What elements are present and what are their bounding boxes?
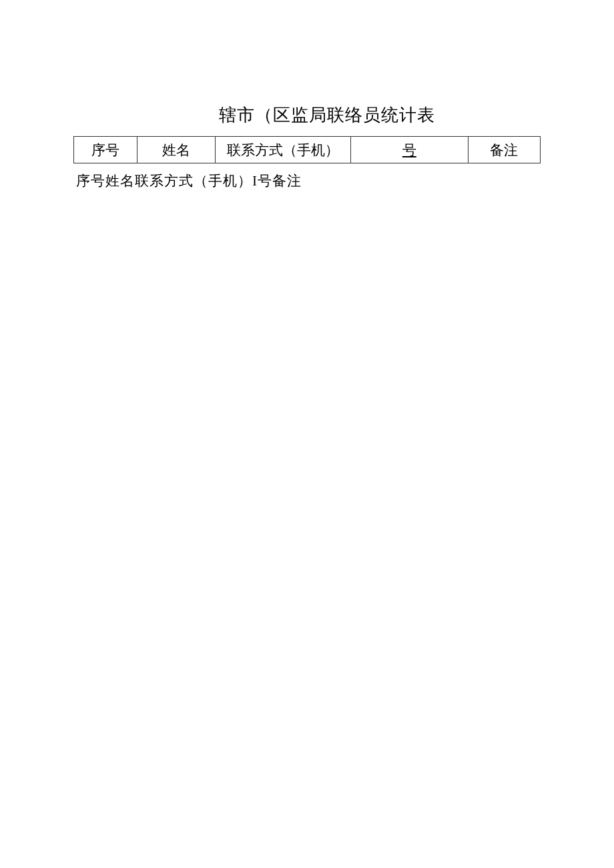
footer-text: 序号姓名联系方式（手机）I号备注 — [73, 171, 541, 190]
table-header-row: 序号 姓名 联系方式（手机） 号 备注 — [74, 137, 541, 163]
document-page: 辖市（区监局联络员统计表 序号 姓名 联系方式（手机） 号 备注 序号姓名联系方… — [0, 0, 614, 190]
header-remark: 备注 — [468, 137, 540, 163]
header-contact: 联系方式（手机） — [215, 137, 350, 163]
document-title: 辖市（区监局联络员统计表 — [73, 103, 541, 127]
header-hao: 号 — [351, 137, 469, 163]
header-name: 姓名 — [137, 137, 215, 163]
liaison-table: 序号 姓名 联系方式（手机） 号 备注 — [73, 136, 541, 163]
header-seq: 序号 — [74, 137, 137, 163]
